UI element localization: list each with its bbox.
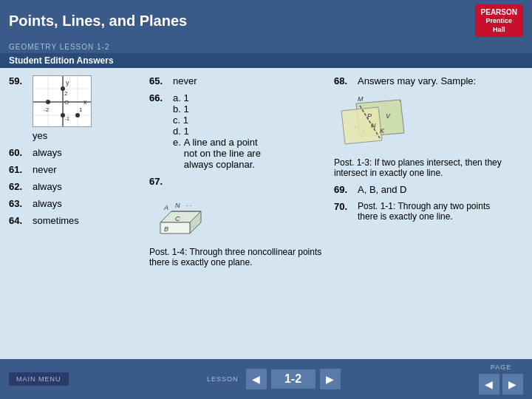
page-next-button[interactable]: ▶ xyxy=(502,374,523,395)
left-column: 59. y x O -2 xyxy=(9,75,142,356)
svg-text:C: C xyxy=(175,215,180,222)
answer-60: 60. always xyxy=(9,147,142,158)
answer-63: 63. always xyxy=(9,198,142,209)
sub-header: GEOMETRY LESSON 1-2 xyxy=(0,41,532,53)
header: Points, Lines, and Planes PEARSON Prenti… xyxy=(0,0,532,41)
content-area: 59. y x O -2 xyxy=(0,68,532,364)
svg-text:1: 1 xyxy=(79,106,83,113)
svg-text:N: N xyxy=(175,202,180,209)
pearson-logo: PEARSON Prentice Hall xyxy=(475,4,523,37)
answer-70: 70. Post. 1-1: Through any two points th… xyxy=(334,201,511,222)
svg-point-18 xyxy=(61,113,65,117)
svg-text:K: K xyxy=(380,127,385,134)
page-label: PAGE xyxy=(491,364,511,371)
svg-text:·: · xyxy=(399,97,401,104)
answer-59: 59. y x O -2 xyxy=(9,75,142,141)
answer-62: 62. always xyxy=(9,181,142,192)
svg-text:x: x xyxy=(83,98,87,106)
svg-text:O: O xyxy=(64,99,69,106)
svg-text:A: A xyxy=(163,204,168,211)
svg-text:·: · xyxy=(355,123,357,131)
svg-point-15 xyxy=(61,86,65,91)
svg-point-17 xyxy=(75,113,80,117)
svg-text:·: · xyxy=(186,202,188,209)
answer-69: 69. A, B, and D xyxy=(334,184,511,195)
svg-text:-1: -1 xyxy=(64,115,70,122)
mid-column: 65. never 66. a. 1 b. 1 c. 1 d. 1 e. A l… xyxy=(149,75,327,356)
answer-68: 68. Answers may vary. Sample: M · V P N … xyxy=(334,75,511,178)
lesson-nav: LESSON ◀ 1-2 ▶ xyxy=(207,369,341,389)
grid-diagram-59: y x O -2 1 2 -1 xyxy=(33,75,92,127)
right-column: 68. Answers may vary. Sample: M · V P N … xyxy=(334,75,511,356)
footer: MAIN MENU LESSON ◀ 1-2 ▶ PAGE ◀ ▶ xyxy=(0,359,532,399)
lesson-label: LESSON xyxy=(207,375,239,383)
box-diagram-67: A N · · C B xyxy=(149,193,216,241)
answer-66: 66. a. 1 b. 1 c. 1 d. 1 e. A line and a … xyxy=(149,92,327,170)
answer-61: 61. never xyxy=(9,164,142,175)
svg-text:·: · xyxy=(362,127,364,134)
svg-text:N: N xyxy=(371,122,376,129)
planes-diagram-68: M · V P N K · · xyxy=(334,92,415,151)
lesson-prev-button[interactable]: ◀ xyxy=(246,369,267,389)
page-nav: PAGE ◀ ▶ xyxy=(479,364,523,395)
svg-text:B: B xyxy=(164,225,168,233)
svg-text:-2: -2 xyxy=(44,106,50,113)
svg-text:2: 2 xyxy=(64,90,68,97)
answer-64: 64. sometimes xyxy=(9,215,142,226)
svg-marker-31 xyxy=(341,107,382,144)
svg-text:V: V xyxy=(386,112,391,120)
page-prev-button[interactable]: ◀ xyxy=(479,374,499,395)
lesson-number: 1-2 xyxy=(271,369,316,389)
svg-text:y: y xyxy=(66,79,69,86)
answer-67: 67. A N · · C B Post. 1-4: Through three… xyxy=(149,176,327,267)
answer-65: 65. never xyxy=(149,75,327,86)
lesson-next-button[interactable]: ▶ xyxy=(320,369,341,389)
main-menu-button[interactable]: MAIN MENU xyxy=(9,372,69,386)
section-title: Student Edition Answers xyxy=(0,53,532,68)
svg-text:·: · xyxy=(190,202,192,209)
svg-point-16 xyxy=(46,100,50,104)
svg-text:P: P xyxy=(367,112,372,120)
page-title: Points, Lines, and Planes xyxy=(9,13,187,30)
svg-text:M: M xyxy=(358,95,364,103)
